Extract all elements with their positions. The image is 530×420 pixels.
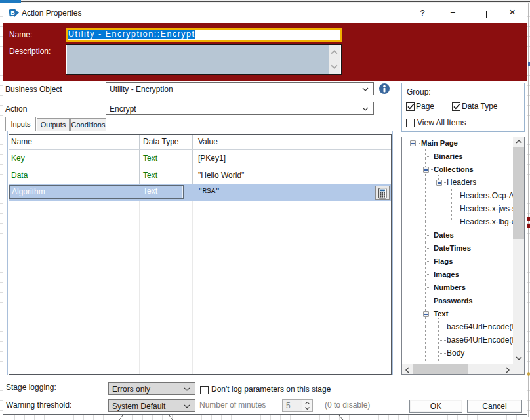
svg-text:B: B bbox=[10, 10, 15, 16]
